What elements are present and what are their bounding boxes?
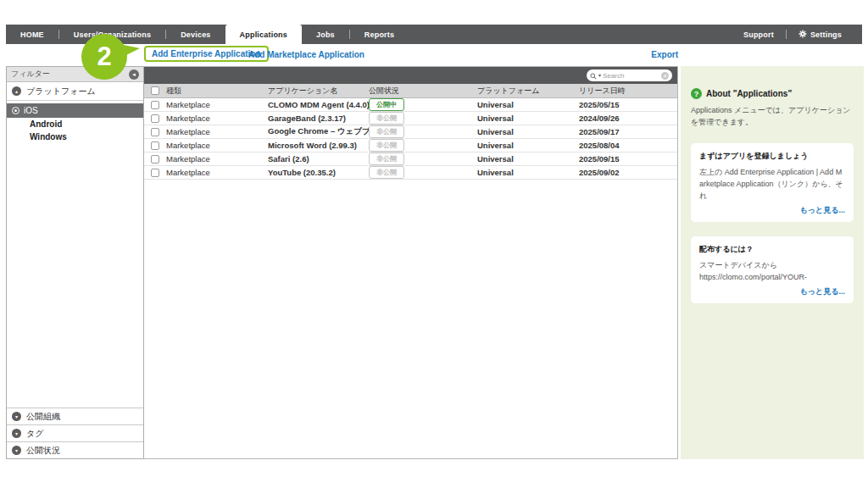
nav-item-devices[interactable]: Devices: [166, 25, 225, 44]
cell-app-name: YouTube (20.35.2): [268, 168, 369, 177]
chevron-down-circle-icon: ▾: [12, 412, 21, 421]
sidebar-bottom-sections: ▾ 公開組織 ▾ タグ ▾ 公開状況: [7, 408, 143, 458]
cell-app-name: Safari (2.6): [268, 154, 369, 164]
col-header-platform[interactable]: プラットフォーム: [477, 86, 579, 97]
help-title-row: ? About "Applications": [691, 88, 854, 99]
status-badge: 非公開: [369, 152, 404, 165]
table-toolbar: ▾ Search ✕: [144, 67, 677, 84]
help-panel: ? About "Applications" Applications メニュー…: [681, 66, 864, 459]
nav-menu: HOME Users/Organizations Devices Applica…: [6, 25, 409, 44]
cell-app-name: Microsoft Word (2.99.3): [268, 141, 369, 150]
chevron-down-circle-icon: ▾: [12, 446, 21, 455]
help-card-register: まずはアプリを登録しましょう 左上の Add Enterprise Applic…: [691, 143, 854, 222]
help-card2-body: スマートデバイスからhttps://clomo.com/portal/YOUR-: [699, 260, 845, 284]
filter-sidebar: フィルター ◂ ▴ プラットフォーム iOS Android Windows ▾…: [6, 66, 144, 459]
table-row[interactable]: Marketplace GarageBand (2.3.17) 非公開 Univ…: [144, 112, 677, 125]
filter-title: フィルター: [11, 69, 50, 80]
row-checkbox[interactable]: [151, 114, 159, 123]
help-card1-body: 左上の Add Enterprise Application | Add Mar…: [699, 167, 845, 202]
col-header-app-name[interactable]: アプリケーション名: [268, 86, 369, 97]
clomo-applications-page: HOME Users/Organizations Devices Applica…: [0, 0, 868, 488]
cell-release-date: 2025/08/04: [579, 141, 672, 150]
help-card-distribute: 配布するには？ スマートデバイスからhttps://clomo.com/port…: [691, 236, 854, 303]
platform-section-header[interactable]: ▴ プラットフォーム: [7, 82, 143, 101]
section-public-org[interactable]: ▾ 公開組織: [7, 408, 143, 424]
chevron-up-circle-icon: ▴: [12, 86, 21, 96]
row-checkbox[interactable]: [151, 155, 159, 164]
row-checkbox[interactable]: [151, 141, 159, 150]
section-publish-status[interactable]: ▾ 公開状況: [7, 441, 143, 458]
step-2-badge: 2: [81, 34, 127, 80]
cell-app-name: Google Chrome – ウェブブ...: [268, 126, 369, 137]
cell-release-date: 2025/09/02: [579, 168, 672, 177]
platform-section-label: プラットフォーム: [26, 86, 96, 97]
status-badge: 非公開: [369, 139, 404, 152]
status-badge: 非公開: [369, 166, 404, 179]
section-tags-label: タグ: [26, 428, 43, 440]
table-row[interactable]: Marketplace YouTube (20.35.2) 非公開 Univer…: [144, 166, 677, 180]
row-checkbox[interactable]: [151, 128, 159, 136]
see-more-link[interactable]: もっと見る...: [699, 205, 845, 216]
nav-item-jobs[interactable]: Jobs: [302, 25, 349, 44]
table-row[interactable]: Marketplace Microsoft Word (2.99.3) 非公開 …: [144, 139, 677, 152]
cell-type: Marketplace: [166, 114, 268, 123]
cell-platform: Universal: [477, 154, 579, 164]
cell-app-name: GarageBand (2.3.17): [268, 114, 369, 123]
chevron-down-circle-icon: ▾: [12, 429, 21, 438]
col-header-status[interactable]: 公開状況: [369, 86, 477, 97]
select-all-checkbox[interactable]: [151, 86, 159, 95]
applications-table: ▾ Search ✕ 種類 アプリケーション名 公開状況 プラットフォーム リリ…: [144, 66, 678, 459]
platform-ios-label: iOS: [24, 106, 38, 115]
row-checkbox[interactable]: [151, 101, 159, 109]
sidebar-collapse-button[interactable]: ◂: [129, 69, 139, 80]
cell-platform: Universal: [477, 100, 579, 109]
help-title: About "Applications": [706, 89, 792, 98]
search-scope-caret-icon[interactable]: ▾: [598, 73, 601, 78]
gear-icon: [798, 30, 807, 40]
see-more-link[interactable]: もっと見る...: [699, 286, 845, 297]
add-marketplace-application-link[interactable]: Add Marketplace Application: [248, 50, 364, 59]
cell-type: Marketplace: [166, 100, 268, 109]
table-row[interactable]: Marketplace Google Chrome – ウェブブ... 非公開 …: [144, 125, 677, 139]
cell-platform: Universal: [477, 141, 579, 150]
table-row[interactable]: Marketplace Safari (2.6) 非公開 Universal 2…: [144, 152, 677, 166]
cell-release-date: 2024/09/26: [579, 114, 672, 123]
cell-release-date: 2025/09/17: [579, 127, 672, 136]
table-header-row: 種類 アプリケーション名 公開状況 プラットフォーム リリース日時: [144, 84, 677, 98]
col-header-release-date[interactable]: リリース日時: [579, 86, 672, 97]
cell-release-date: 2025/09/15: [579, 154, 672, 164]
export-link[interactable]: Export: [629, 50, 678, 59]
cell-platform: Universal: [477, 127, 579, 136]
platform-filter-ios[interactable]: iOS: [7, 103, 143, 118]
cell-platform: Universal: [477, 114, 579, 123]
search-clear-icon[interactable]: ✕: [661, 72, 669, 80]
status-badge: 非公開: [369, 125, 404, 138]
cell-type: Marketplace: [166, 168, 268, 177]
top-navbar: HOME Users/Organizations Devices Applica…: [6, 25, 862, 44]
platform-filter-android[interactable]: Android: [7, 118, 143, 130]
status-badge: 非公開: [369, 112, 404, 125]
cell-type: Marketplace: [166, 141, 268, 150]
status-badge: 公開中: [369, 98, 404, 111]
section-tags[interactable]: ▾ タグ: [7, 424, 143, 441]
help-card1-title: まずはアプリを登録しましょう: [699, 151, 845, 162]
cell-platform: Universal: [477, 168, 579, 177]
nav-tab-applications[interactable]: Applications: [225, 25, 302, 44]
nav-item-home[interactable]: HOME: [6, 25, 58, 44]
cell-release-date: 2025/05/15: [579, 100, 672, 109]
settings-label: Settings: [810, 30, 842, 39]
support-link[interactable]: Support: [732, 25, 786, 44]
settings-button[interactable]: Settings: [787, 25, 854, 44]
platform-filter-windows[interactable]: Windows: [7, 130, 143, 143]
search-placeholder: Search: [603, 72, 659, 80]
help-card2-title: 配布するには？: [699, 244, 845, 255]
col-header-type[interactable]: 種類: [166, 86, 268, 97]
search-icon: [590, 68, 597, 83]
section-publish-status-label: 公開状況: [26, 445, 60, 457]
nav-item-reports[interactable]: Reports: [350, 25, 409, 44]
help-about-body: Applications メニューでは、アプリケーションを管理できます。: [691, 105, 854, 129]
selected-radio-icon: [12, 107, 19, 114]
table-row[interactable]: Marketplace CLOMO MDM Agent (4.4.0) 公開中 …: [144, 98, 677, 112]
search-input[interactable]: ▾ Search ✕: [587, 69, 672, 81]
row-checkbox[interactable]: [151, 169, 159, 177]
